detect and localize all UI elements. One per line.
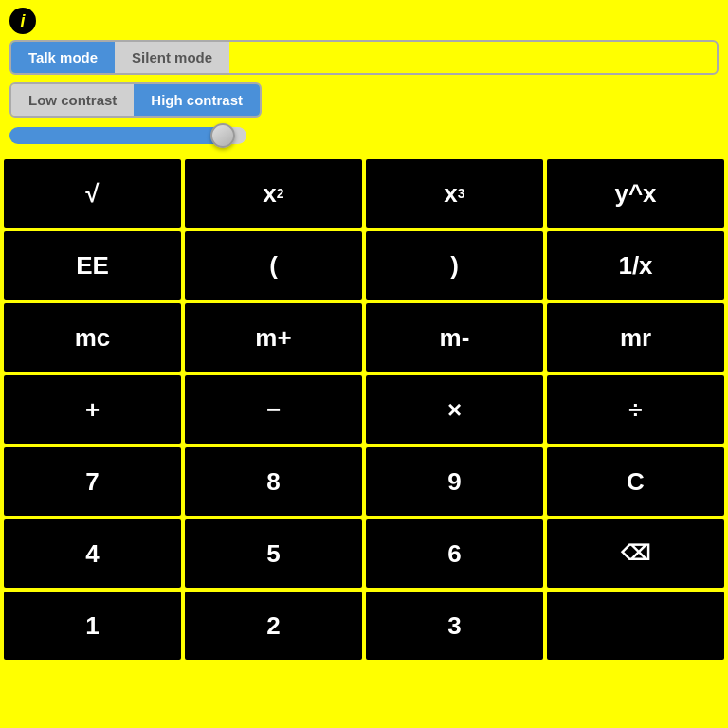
- mminus-button[interactable]: m-: [366, 303, 543, 372]
- 8-button[interactable]: 8: [185, 447, 362, 516]
- x3-button[interactable]: x3: [366, 159, 543, 228]
- 3-button[interactable]: 3: [366, 592, 543, 660]
- plus-button[interactable]: +: [4, 375, 181, 444]
- high-contrast-button[interactable]: High contrast: [134, 84, 260, 116]
- slider-track[interactable]: [9, 127, 246, 144]
- divide-button[interactable]: ÷: [547, 375, 724, 444]
- contrast-row: Low contrast High contrast: [0, 79, 728, 121]
- 6-button[interactable]: 6: [366, 519, 543, 588]
- mode-toggle-container: Talk mode Silent mode: [0, 38, 728, 79]
- yx-button[interactable]: y^x: [547, 159, 724, 228]
- minus-button[interactable]: −: [185, 375, 362, 444]
- mplus-button[interactable]: m+: [185, 303, 362, 372]
- slider-row: [0, 121, 728, 159]
- slider-thumb[interactable]: [210, 123, 235, 148]
- reciprocal-button[interactable]: 1/x: [547, 231, 724, 300]
- 4-button[interactable]: 4: [4, 519, 181, 588]
- top-bar: i: [0, 0, 728, 38]
- calculator-grid: √ x2 x3 y^x EE ( ) 1/x mc m+ m- mr + − ×…: [0, 159, 728, 664]
- x2-button[interactable]: x2: [185, 159, 362, 228]
- 9-button[interactable]: 9: [366, 447, 543, 516]
- silent-mode-button[interactable]: Silent mode: [115, 42, 229, 73]
- talk-mode-button[interactable]: Talk mode: [11, 42, 115, 73]
- mode-toggle-group: Talk mode Silent mode: [9, 40, 719, 75]
- ee-button[interactable]: EE: [4, 231, 181, 300]
- contrast-toggle-group: Low contrast High contrast: [9, 82, 262, 118]
- info-icon[interactable]: i: [9, 8, 36, 34]
- rparen-button[interactable]: ): [366, 231, 543, 300]
- mr-button[interactable]: mr: [547, 303, 724, 372]
- lparen-button[interactable]: (: [185, 231, 362, 300]
- 7-button[interactable]: 7: [4, 447, 181, 516]
- mc-button[interactable]: mc: [4, 303, 181, 372]
- backspace-icon: ⌫: [621, 541, 650, 566]
- clear-button[interactable]: C: [547, 447, 724, 516]
- 2-button[interactable]: 2: [185, 592, 362, 660]
- 5-button[interactable]: 5: [185, 519, 362, 588]
- placeholder-button: [547, 592, 724, 660]
- sqrt-button[interactable]: √: [4, 159, 181, 228]
- 1-button[interactable]: 1: [4, 592, 181, 660]
- multiply-button[interactable]: ×: [366, 375, 543, 444]
- backspace-button[interactable]: ⌫: [547, 519, 724, 588]
- low-contrast-button[interactable]: Low contrast: [11, 84, 134, 116]
